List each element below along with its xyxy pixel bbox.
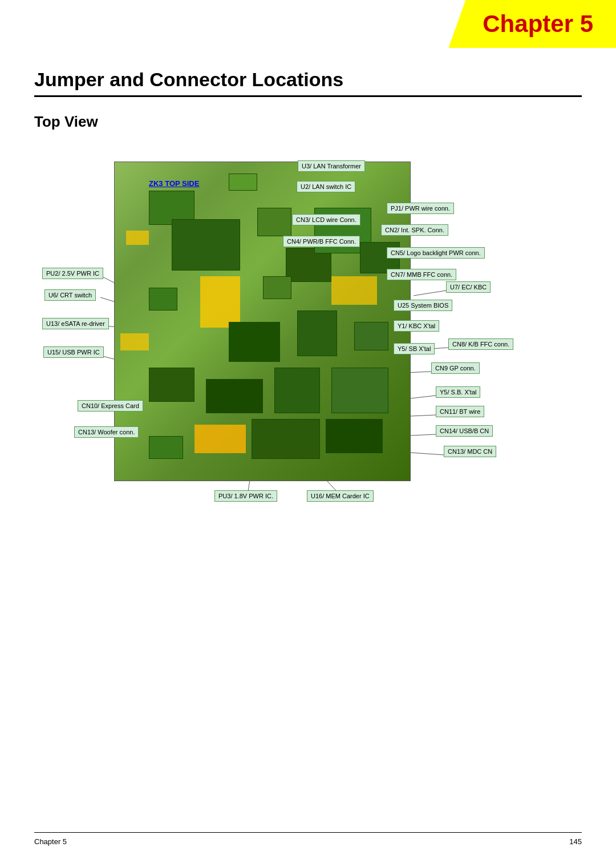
- label-cn11: CN11/ BT wire: [436, 406, 484, 417]
- label-y5-sb: Y5/ SB X'tal: [394, 343, 435, 354]
- svg-line-20: [411, 415, 436, 416]
- svg-line-22: [411, 434, 436, 435]
- title-rule: [34, 95, 582, 97]
- label-cn8: CN8/ K/B FFC conn.: [448, 338, 513, 350]
- label-u25: U25 System BIOS: [394, 300, 452, 311]
- label-y5-sb2: Y5/ S.B. X'tal: [436, 386, 480, 398]
- label-cn5: CN5/ Logo backlight PWR conn.: [387, 247, 485, 259]
- label-pj1: PJ1/ PWR wire conn.: [387, 203, 454, 214]
- svg-line-10: [414, 291, 446, 296]
- label-u16: U16/ MEM Carder IC: [307, 490, 374, 502]
- label-cn4: CN4/ PWR/B FFC Conn.: [283, 236, 360, 247]
- page-footer: Chapter 5 145: [34, 832, 582, 846]
- chapter-title: Chapter 5: [483, 10, 593, 37]
- label-cn7: CN7/ MMB FFC conn.: [387, 269, 456, 280]
- label-cn3: CN3/ LCD wire Conn.: [292, 214, 360, 225]
- label-u6: U6/ CRT switch: [44, 289, 96, 301]
- label-cn13-woof: CN13/ Woofer conn.: [74, 426, 139, 438]
- section-title: Top View: [34, 113, 582, 131]
- footer-page-number: 145: [569, 837, 582, 846]
- page-title: Jumper and Connector Locations: [34, 68, 582, 91]
- label-y1: Y1/ KBC X'tal: [394, 320, 439, 332]
- label-cn9: CN9 GP conn.: [431, 362, 480, 374]
- label-pu2: PU2/ 2.5V PWR IC: [42, 268, 103, 279]
- label-u3-lan: U3/ LAN Transformer: [298, 160, 365, 172]
- label-pu3: PU3/ 1.8V PWR IC.: [214, 490, 277, 502]
- footer-chapter-label: Chapter 5: [34, 837, 67, 846]
- label-cn10: CN10/ Express Card: [78, 400, 143, 412]
- label-u13: U13/ eSATA re-driver: [42, 318, 109, 329]
- page-content: Jumper and Connector Locations Top View: [0, 0, 616, 624]
- pcb-board: ZK3 TOP SIDE: [114, 162, 411, 481]
- zk3-label: ZK3 TOP SIDE: [149, 179, 199, 188]
- label-cn2: CN2/ Int. SPK. Conn.: [381, 224, 448, 236]
- label-u15: U15/ USB PWR IC: [43, 346, 104, 358]
- svg-line-23: [411, 453, 444, 455]
- label-u2-lan: U2/ LAN switch IC: [297, 181, 355, 192]
- svg-line-19: [411, 396, 436, 398]
- diagram-container: ZK3 TOP SIDE: [34, 144, 582, 578]
- label-cn13-mdc: CN13/ MDC CN: [444, 446, 496, 457]
- label-cn14: CN14/ USB/B CN: [436, 425, 493, 437]
- label-u7: U7/ EC/ KBC: [446, 281, 491, 293]
- chapter-banner: Chapter 5: [448, 0, 616, 48]
